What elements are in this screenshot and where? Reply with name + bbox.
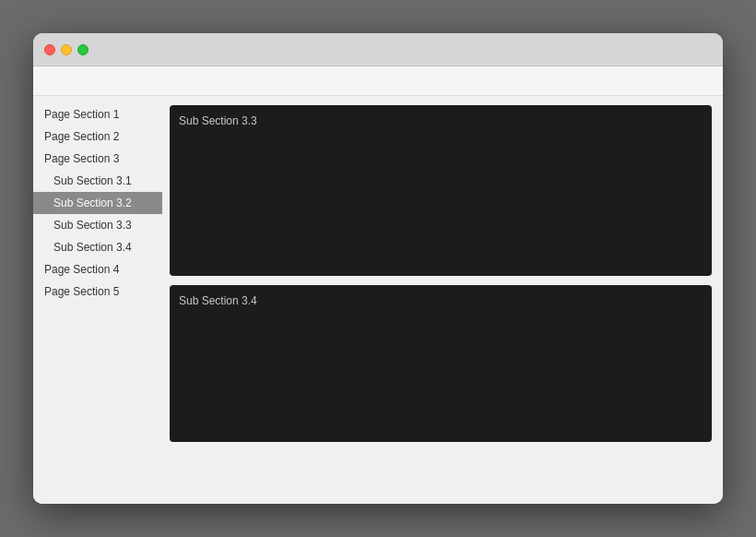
sidebar-item-page-section-1[interactable]: Page Section 1 [33,103,162,125]
maximize-button[interactable] [77,44,89,55]
content-section-content-sub-3-3: Sub Section 3.3 [170,105,712,276]
sidebar-item-page-section-5[interactable]: Page Section 5 [33,280,162,303]
main-content: Sub Section 3.3Sub Section 3.4 [162,96,723,504]
toolbar [33,66,723,96]
sidebar-item-page-section-2[interactable]: Page Section 2 [33,125,162,148]
section-label-content-sub-3-3: Sub Section 3.3 [179,114,257,127]
sidebar-item-sub-section-3-1[interactable]: Sub Section 3.1 [33,170,162,192]
section-label-content-sub-3-4: Sub Section 3.4 [179,294,257,307]
sidebar-item-page-section-4[interactable]: Page Section 4 [33,258,162,280]
sidebar-item-sub-section-3-3[interactable]: Sub Section 3.3 [33,214,162,236]
sidebar: Page Section 1Page Section 2Page Section… [33,96,162,504]
sidebar-item-page-section-3[interactable]: Page Section 3 [33,148,162,170]
content-section-content-sub-3-4: Sub Section 3.4 [170,285,712,442]
minimize-button[interactable] [61,44,72,55]
app-window: Page Section 1Page Section 2Page Section… [33,33,723,504]
traffic-lights [44,44,89,55]
sidebar-item-sub-section-3-4[interactable]: Sub Section 3.4 [33,236,162,258]
titlebar [33,33,723,66]
window-body: Page Section 1Page Section 2Page Section… [33,96,723,504]
sidebar-item-sub-section-3-2[interactable]: Sub Section 3.2 [33,192,162,214]
close-button[interactable] [44,44,55,55]
